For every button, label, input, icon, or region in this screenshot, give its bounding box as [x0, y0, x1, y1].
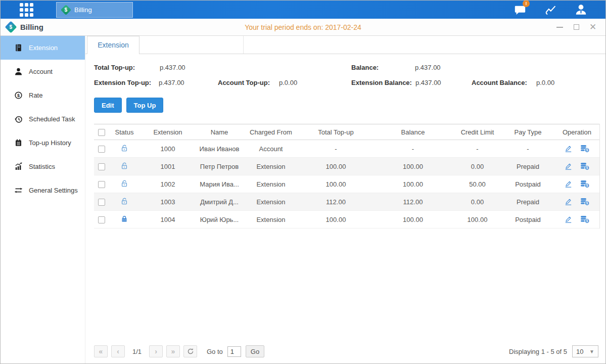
pagination-right: Displaying 1 - 5 of 5 10 ▼: [509, 345, 598, 357]
sidebar-item-topup-history[interactable]: Top-up History: [1, 131, 85, 155]
account-topup-value: p.0.00: [279, 79, 297, 86]
window-title-bar: $ Billing Your trial period ends on: 201…: [1, 19, 605, 36]
pagination-bar: « ‹ 1/1 › » Go to Go Displaying 1 - 5 of…: [94, 345, 598, 357]
next-page-button[interactable]: ›: [149, 345, 163, 357]
column-header-total-topup: Total Top-up: [299, 124, 372, 140]
minimize-icon[interactable]: [556, 24, 563, 31]
column-header-operation: Operation: [554, 124, 599, 140]
reports-button[interactable]: [543, 4, 558, 16]
svg-text:$: $: [17, 93, 20, 98]
prev-page-button[interactable]: ‹: [111, 345, 125, 357]
window-controls: ✕: [556, 24, 605, 31]
top-up-button[interactable]: Top Up: [126, 98, 164, 113]
table-row: 1001 Петр Петров Extension 100.00 100.00…: [94, 158, 599, 175]
cell-name: Мария Ива...: [196, 175, 243, 193]
row-checkbox[interactable]: [98, 199, 105, 206]
cell-credit-limit: 0.00: [453, 158, 501, 175]
extension-content: Total Top-up: p.437.00 Balance: p.437.00…: [85, 54, 605, 363]
cell-pay-type: -: [501, 140, 554, 158]
statistics-chart-icon: [14, 162, 23, 171]
tab-extension[interactable]: Extension: [87, 36, 139, 54]
locked-icon: [120, 217, 128, 224]
table-row: 1000 Иван Иванов Account - - - - $: [94, 140, 599, 158]
sidebar-item-account[interactable]: Account: [1, 60, 85, 83]
close-icon[interactable]: ✕: [589, 24, 596, 31]
table-row: 1002 Мария Ива... Extension 100.00 100.0…: [94, 175, 599, 193]
app-grid-icon[interactable]: [18, 1, 35, 18]
topup-coins-icon[interactable]: $: [580, 162, 590, 170]
first-page-button[interactable]: «: [94, 345, 108, 357]
column-header-balance: Balance: [372, 124, 453, 140]
topup-coins-icon[interactable]: $: [580, 180, 590, 188]
sidebar-item-statistics[interactable]: Statistics: [1, 155, 85, 178]
maximize-icon[interactable]: [573, 24, 580, 31]
refresh-button[interactable]: [183, 345, 197, 357]
cell-extension: 1002: [139, 175, 196, 193]
total-topup-label: Total Top-up:: [94, 64, 135, 71]
svg-text:$: $: [586, 148, 588, 152]
sidebar-item-scheduled-task[interactable]: Scheduled Task: [1, 107, 85, 131]
go-button[interactable]: Go: [246, 345, 264, 357]
notifications-button[interactable]: !: [512, 4, 528, 16]
edit-icon[interactable]: [564, 162, 573, 170]
cell-pay-type: Postpaid: [501, 211, 554, 229]
svg-text:$: $: [586, 201, 588, 205]
summary-row-2: Extension Top-up: p.437.00 Account Top-u…: [94, 75, 598, 90]
cell-total-topup: 100.00: [299, 175, 372, 193]
edit-icon[interactable]: [564, 198, 573, 206]
account-balance-label: Account Balance:: [472, 79, 527, 86]
sidebar-item-label: Top-up History: [29, 139, 71, 147]
cell-extension: 1003: [139, 193, 196, 211]
edit-button[interactable]: Edit: [94, 98, 122, 113]
sidebar: Extension Account $ Rate Scheduled Task: [1, 36, 85, 363]
extension-book-icon: [14, 43, 23, 52]
select-all-checkbox[interactable]: [98, 129, 105, 136]
account-topup-label: Account Top-up:: [218, 79, 270, 86]
cell-balance: 100.00: [372, 211, 453, 229]
cell-name: Юрий Юрь...: [196, 211, 243, 229]
user-menu-button[interactable]: [573, 4, 588, 16]
topup-coins-icon[interactable]: $: [580, 215, 590, 223]
edit-icon[interactable]: [564, 145, 573, 153]
cell-balance: 100.00: [372, 175, 453, 193]
tab-strip: Extension: [85, 36, 605, 54]
topbar-right-icons: !: [512, 4, 588, 16]
sidebar-item-general-settings[interactable]: General Settings: [1, 178, 85, 202]
total-topup-value: p.437.00: [160, 64, 185, 71]
cell-extension: 1001: [139, 158, 196, 175]
cell-balance: 112.00: [372, 193, 453, 211]
action-buttons: Edit Top Up: [94, 98, 598, 113]
row-checkbox[interactable]: [98, 146, 105, 153]
sidebar-item-label: Account: [29, 68, 53, 75]
row-checkbox[interactable]: [98, 163, 105, 170]
svg-text:$: $: [586, 184, 588, 188]
last-page-button[interactable]: »: [166, 345, 180, 357]
goto-label: Go to: [207, 348, 223, 355]
cell-credit-limit: -: [453, 140, 501, 158]
sidebar-item-label: Rate: [29, 92, 42, 99]
window-title-text: Billing: [20, 23, 43, 31]
sidebar-item-rate[interactable]: $ Rate: [1, 83, 85, 107]
edit-icon[interactable]: [564, 180, 573, 188]
page-indicator: 1/1: [128, 348, 146, 355]
unlocked-icon: [120, 199, 128, 207]
topbar-tab-billing[interactable]: $ Billing: [56, 2, 133, 18]
summary-row-1: Total Top-up: p.437.00 Balance: p.437.00: [94, 60, 598, 75]
goto-page-input[interactable]: [227, 346, 241, 357]
edit-icon[interactable]: [564, 215, 573, 223]
header-checkbox-cell: [94, 124, 109, 140]
row-checkbox[interactable]: [98, 181, 105, 188]
unlocked-icon: [120, 164, 128, 171]
topup-coins-icon[interactable]: $: [580, 198, 590, 206]
unlocked-icon: [120, 146, 128, 154]
sidebar-item-extension[interactable]: Extension: [1, 36, 85, 60]
page-size-select[interactable]: 10 ▼: [572, 345, 598, 357]
row-checkbox[interactable]: [98, 216, 105, 223]
cell-credit-limit: 0.00: [453, 193, 501, 211]
column-header-charged-from: Charged From: [243, 124, 299, 140]
page-size-value: 10: [576, 348, 583, 355]
billing-window-icon: $: [5, 21, 17, 33]
topup-coins-icon[interactable]: $: [580, 145, 590, 153]
account-person-icon: [14, 67, 23, 76]
line-chart-icon: [544, 5, 556, 15]
